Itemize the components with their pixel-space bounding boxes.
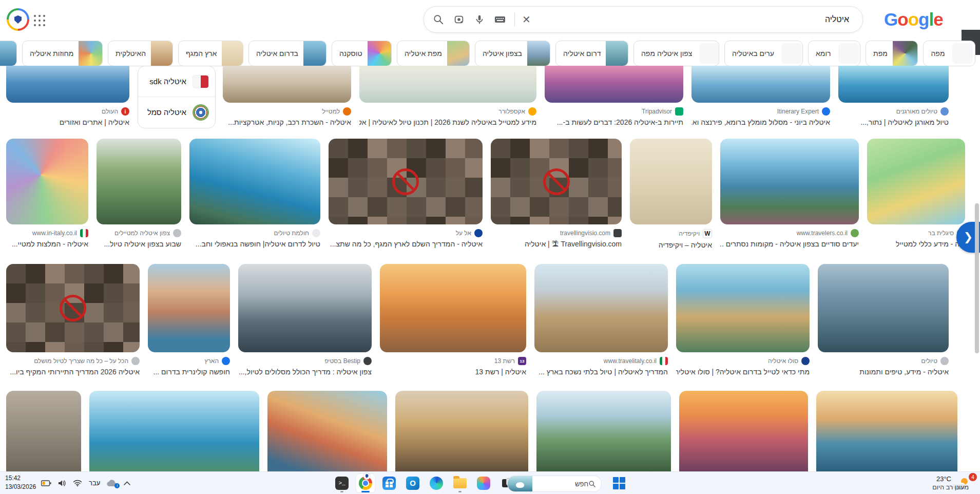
result-image-colorful-harbor[interactable] — [816, 391, 957, 472]
chip-cities-in-italy[interactable]: ערים באיטליה — [724, 41, 803, 66]
google-apps-grid-icon[interactable] — [34, 15, 46, 27]
voice-search-icon[interactable] — [473, 13, 486, 26]
vertical-scrollbar-thumb[interactable] — [975, 203, 979, 353]
result-title[interactable]: תיירות ב-איטליה 2026: דברים לעשות ב-... — [545, 118, 683, 126]
result-image-vintage-map[interactable] — [630, 139, 712, 224]
result-image-italy-regions-map[interactable] — [6, 139, 88, 224]
result-title[interactable]: טיול לדרום איטליה| חופשה בנאפולי וחב... — [189, 240, 320, 248]
result-image-colosseum[interactable] — [534, 264, 668, 352]
taskbar-clock[interactable]: 15:42 13/03/2026 — [5, 474, 36, 491]
result-title[interactable]: איטליה - המדריך השלם לארץ המגף, כל מה שת… — [329, 240, 483, 248]
result-image-colosseum-dusk[interactable] — [395, 391, 528, 472]
file-explorer-app-icon[interactable] — [451, 474, 469, 492]
result-image-blocked[interactable] — [6, 264, 140, 352]
chrome-app-icon[interactable] — [356, 474, 375, 492]
chip-italy-map[interactable]: מפת איטליה — [397, 41, 470, 66]
result-title[interactable]: איטליה - המלצות למטיי... — [6, 240, 88, 248]
chip-regions-of-italy[interactable]: מחוזות איטליה — [22, 41, 103, 66]
result-image-amalfi-town[interactable] — [676, 264, 810, 352]
google-lens-icon[interactable] — [453, 13, 465, 26]
weather-temperature: 23°C — [936, 475, 951, 483]
result-image-lake-boats[interactable] — [6, 66, 129, 103]
result-image-lake-terrace[interactable] — [691, 66, 830, 103]
chip-the-italian[interactable]: האיטלקית — [108, 41, 173, 66]
copilot-app-icon[interactable] — [474, 474, 493, 492]
result-image-travel-guide[interactable] — [359, 66, 536, 103]
result-title[interactable]: יעדים סודיים בצפון איטליה - מקומות נסתרי… — [720, 240, 859, 248]
result-title[interactable]: איטליה – ויקיפדיה — [630, 241, 712, 249]
result-image-lake-castle[interactable] — [818, 264, 949, 352]
chip-southern-italy[interactable]: דרום איטליה — [555, 41, 628, 66]
system-tray: עבר i — [41, 472, 130, 494]
result-title[interactable]: המדריך לאיטליה | טיול בלתי נשכח בארץ ... — [534, 368, 668, 376]
result-image-positano-beach[interactable] — [148, 264, 230, 352]
weather-widget[interactable]: 4 23°C מעונן רב היום — [915, 473, 977, 493]
result-image-sunset-town[interactable] — [679, 391, 808, 472]
chip-in-northern-italy[interactable]: בצפון איטליה — [475, 41, 550, 66]
chip-rome[interactable]: רומא — [808, 41, 860, 66]
result-image-city-gardens[interactable] — [536, 391, 671, 472]
safenet-badge-icon — [363, 473, 370, 480]
chip-in-southern-italy[interactable]: בדרום איטליה — [248, 41, 326, 66]
keyboard-icon[interactable] — [494, 13, 506, 26]
chip-northern-italy-map[interactable]: צפון איטליה מפה — [633, 41, 719, 66]
windows-start-button[interactable] — [613, 477, 625, 489]
result-item: Bestip בסטיפ צפון איטליה : מדריך הכולל מ… — [238, 264, 372, 376]
chip-map[interactable]: מפה — [923, 41, 975, 66]
edge-app-icon[interactable] — [427, 474, 446, 492]
chip-cropped[interactable] — [0, 41, 17, 66]
profile-avatar[interactable] — [7, 8, 29, 31]
chip-boot-country[interactable]: ארץ המגף — [178, 41, 243, 66]
wifi-icon[interactable] — [73, 480, 82, 486]
result-title[interactable]: שבוע בצפון איטליה טיול... — [97, 240, 181, 248]
result-image-manarola-houses[interactable] — [267, 391, 387, 472]
result-title[interactable]: איטליה 2026 המדריך התיירותי המקיף ביו... — [6, 368, 140, 376]
results-row-3: הכל על – כל מה שצריך לטיול מושלם איטליה … — [6, 264, 949, 376]
result-title[interactable]: צפון איטליה : מדריך הכולל מסלולים לטיול,… — [238, 368, 372, 376]
result-title[interactable]: איטליה | אתרים ואזורים — [6, 118, 129, 126]
result-title[interactable]: Travellingvisio.com 🏝 | איטליה — [491, 240, 622, 248]
result-image-alpine-village[interactable] — [97, 139, 181, 224]
panel-item-italy-emblem[interactable]: איטליה סמל — [138, 97, 215, 127]
result-image-hebrew-map[interactable] — [867, 139, 965, 224]
result-title[interactable]: חופשה קולינרית בדרום ... — [148, 368, 230, 376]
result-item: הארץ חופשה קולינרית בדרום ... — [148, 264, 230, 376]
taskbar-search-box[interactable]: חפש — [507, 476, 602, 492]
result-image-positano-night[interactable] — [545, 66, 683, 103]
speaker-icon[interactable] — [58, 480, 66, 487]
outlook-app-icon[interactable]: O — [403, 474, 422, 492]
result-image-blocked[interactable] — [491, 139, 622, 224]
result-image-capri-cliffs[interactable] — [189, 139, 320, 224]
result-image-blocked[interactable] — [329, 139, 483, 224]
terminal-app-icon[interactable]: >_ — [333, 474, 351, 492]
result-title[interactable]: איטליה - השכרת רכב, קניות, אטרקציות... — [223, 118, 351, 126]
result-title[interactable]: מתי כדאי לטייל בדרום איטליה? | סולו איטל… — [676, 368, 810, 376]
result-image-colosseum-sepia[interactable] — [6, 391, 81, 472]
result-image-rome-vatican-sunset[interactable] — [380, 264, 526, 352]
result-title[interactable]: מידע למטייל באיטליה לשנת 2026 | תכנון טי… — [359, 118, 536, 126]
search-query-input[interactable]: איטליה — [531, 15, 862, 24]
onedrive-cloud-icon[interactable]: i — [107, 480, 117, 487]
result-image-lake-como[interactable] — [720, 139, 859, 224]
panel-item-italy-sdk[interactable]: איטליה sdk — [138, 66, 215, 97]
microsoft-store-app-icon[interactable] — [380, 474, 398, 492]
search-bar[interactable]: ✕ איטליה — [424, 6, 863, 33]
language-indicator[interactable]: עבר — [89, 479, 100, 487]
search-icon[interactable] — [432, 13, 445, 26]
result-image-milan-duomo[interactable] — [223, 66, 351, 103]
chip-thumbnail — [303, 41, 326, 66]
battery-icon[interactable] — [41, 480, 51, 486]
result-title[interactable]: ליה - מידע כללי למטייל — [867, 240, 965, 248]
result-image-harbor-boats[interactable] — [238, 264, 372, 352]
result-title[interactable]: איטליה - מידע, טיפים ותמונות — [818, 368, 949, 376]
chip-tuscany[interactable]: טוסקנה — [332, 41, 392, 66]
result-title[interactable]: טיול מאורגן לאיטליה | נתור,... — [838, 118, 949, 126]
result-title[interactable]: איטליה | רשת 13 — [380, 368, 526, 376]
result-title[interactable]: איטליה ביוני - מסלול מומלץ ברומא, פירנצה… — [691, 118, 830, 126]
result-image-sea-coast[interactable] — [838, 66, 949, 103]
clear-search-icon[interactable]: ✕ — [522, 13, 531, 26]
show-hidden-icons-chevron[interactable] — [124, 481, 130, 485]
result-image-amalfi-panorama[interactable] — [89, 391, 259, 472]
chip-map-of[interactable]: מפת — [866, 41, 918, 66]
google-logo[interactable]: Google — [884, 9, 943, 30]
